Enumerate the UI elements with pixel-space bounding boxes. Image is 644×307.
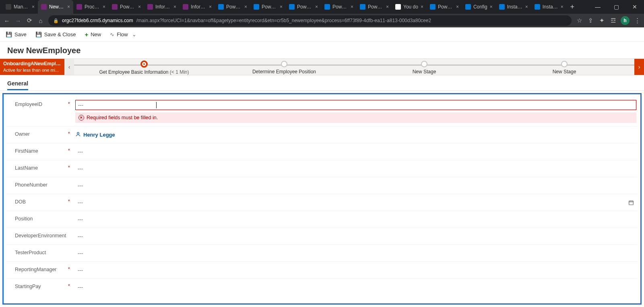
- lastname-input[interactable]: ---: [75, 164, 636, 174]
- browser-tab[interactable]: Config×: [462, 0, 496, 14]
- tab-favicon: [535, 4, 540, 10]
- tab-title: Power P: [332, 4, 348, 10]
- browser-tab[interactable]: Install a×: [496, 0, 531, 14]
- field-position-label: Position: [8, 214, 68, 222]
- save-close-icon: 💾: [35, 31, 42, 37]
- browser-tab[interactable]: Power P×: [357, 0, 392, 14]
- reportingmanager-input[interactable]: ---: [75, 265, 636, 275]
- window-maximize[interactable]: ▢: [607, 0, 625, 14]
- calendar-icon[interactable]: [628, 200, 634, 207]
- flow-button[interactable]: ∿Flow⌄: [108, 30, 138, 39]
- tab-close-icon[interactable]: ×: [351, 4, 353, 10]
- save-button[interactable]: 💾Save: [4, 30, 28, 39]
- required-marker: *: [68, 147, 73, 154]
- chevron-down-icon: ⌄: [132, 31, 136, 37]
- field-startingpay: StartingPay * ---: [7, 279, 637, 295]
- browser-tab[interactable]: You do×: [392, 0, 427, 14]
- field-phonenumber-label: PhoneNumber: [8, 180, 68, 188]
- tab-close-icon[interactable]: ×: [32, 4, 35, 10]
- field-lastname: LastName * ---: [7, 160, 637, 177]
- phonenumber-input[interactable]: ---: [75, 180, 636, 191]
- owner-value: Henry Legge: [83, 132, 115, 138]
- tab-close-icon[interactable]: ×: [103, 4, 105, 10]
- bpf-process-name: OnboardingANewEmplo...: [3, 61, 61, 67]
- bpf-stage-node-icon: [281, 61, 287, 67]
- tab-title: Informa: [191, 4, 206, 10]
- employeeid-error-text: Required fields must be filled in.: [87, 115, 158, 120]
- browser-tab[interactable]: Power P×: [215, 0, 250, 14]
- tab-close-icon[interactable]: ×: [561, 4, 564, 10]
- reading-list-icon[interactable]: ☲: [609, 17, 617, 24]
- tab-title: Manage: [14, 4, 29, 10]
- devenv-input[interactable]: ---: [75, 231, 636, 241]
- browser-tab[interactable]: Manage×: [2, 0, 38, 14]
- nav-reload-icon[interactable]: ⟳: [26, 17, 33, 24]
- browser-tab[interactable]: Power P×: [250, 0, 286, 14]
- address-bar[interactable]: 🔒 orgc27fdeb6.crm5.dynamics.com/main.asp…: [48, 15, 572, 26]
- field-reportingmanager: ReportingManager * ---: [7, 262, 637, 279]
- dob-input[interactable]: ---: [75, 197, 636, 207]
- browser-tab[interactable]: Process×: [73, 0, 109, 14]
- nav-home-icon[interactable]: ⌂: [37, 17, 44, 24]
- tab-close-icon[interactable]: ×: [173, 4, 176, 10]
- browser-tabstrip: Manage×NewEm×Process×Power A×Informa×Inf…: [0, 0, 644, 14]
- nav-forward-icon[interactable]: →: [14, 17, 22, 24]
- field-dob: DOB * ---: [7, 194, 637, 211]
- window-close[interactable]: ✕: [625, 0, 644, 14]
- owner-lookup[interactable]: Henry Legge: [75, 130, 636, 140]
- svg-rect-1: [629, 201, 634, 205]
- tab-close-icon[interactable]: ×: [421, 4, 423, 10]
- tab-close-icon[interactable]: ×: [456, 4, 459, 10]
- chrome-menu-icon[interactable]: ⋮: [634, 17, 641, 24]
- tab-close-icon[interactable]: ×: [490, 4, 493, 10]
- tab-general[interactable]: General: [7, 79, 28, 90]
- tab-close-icon[interactable]: ×: [525, 4, 528, 10]
- bpf-stage-node-icon: [561, 61, 568, 67]
- browser-tab[interactable]: NewEm×: [38, 0, 73, 14]
- employeeid-value: ---: [78, 102, 83, 108]
- testerproduct-input[interactable]: ---: [75, 248, 636, 258]
- window-minimize[interactable]: —: [588, 0, 607, 14]
- bpf-stage-label: New Stage: [494, 69, 634, 75]
- browser-tab[interactable]: Power A×: [109, 0, 144, 14]
- browser-tab[interactable]: Power P×: [286, 0, 321, 14]
- tab-close-icon[interactable]: ×: [315, 4, 318, 10]
- bpf-prev-button[interactable]: ‹: [64, 59, 74, 75]
- firstname-input[interactable]: ---: [75, 147, 636, 157]
- bpf-stage[interactable]: New Stage: [494, 59, 634, 75]
- browser-tab[interactable]: Informa×: [144, 0, 180, 14]
- bpf-stage[interactable]: New Stage: [354, 59, 494, 75]
- tab-close-icon[interactable]: ×: [244, 4, 247, 10]
- startingpay-input[interactable]: ---: [75, 282, 636, 292]
- new-tab-button[interactable]: +: [567, 0, 578, 14]
- save-close-button[interactable]: 💾Save & Close: [34, 30, 78, 39]
- bpf-stage-duration: (< 1 Min): [170, 69, 189, 75]
- tab-close-icon[interactable]: ×: [280, 4, 283, 10]
- extensions-icon[interactable]: ✦: [598, 17, 605, 24]
- window-controls: — ▢ ✕: [588, 0, 644, 14]
- bpf-process-header[interactable]: OnboardingANewEmplo... Active for less t…: [0, 59, 64, 75]
- browser-tab[interactable]: Informa×: [180, 0, 215, 14]
- browser-tab[interactable]: Install a×: [531, 0, 567, 14]
- bpf-next-button[interactable]: ›: [634, 59, 644, 75]
- bpf-stage[interactable]: Determine Employee Position: [214, 59, 354, 75]
- browser-tab[interactable]: Power P×: [321, 0, 357, 14]
- tab-close-icon[interactable]: ×: [138, 4, 141, 10]
- new-button[interactable]: +New: [83, 30, 103, 39]
- bookmark-star-icon[interactable]: ☆: [576, 17, 583, 24]
- lock-icon: 🔒: [53, 18, 59, 23]
- share-icon[interactable]: ⇪: [587, 17, 594, 24]
- tab-close-icon[interactable]: ×: [209, 4, 212, 10]
- bpf-stage-node-icon: [421, 61, 427, 67]
- tab-title: Power P: [368, 4, 384, 10]
- position-input[interactable]: ---: [75, 214, 636, 224]
- browser-tab[interactable]: Power P×: [427, 0, 462, 14]
- nav-back-icon[interactable]: ←: [3, 17, 10, 24]
- tab-favicon: [41, 4, 47, 10]
- tab-close-icon[interactable]: ×: [386, 4, 389, 10]
- employeeid-input[interactable]: ---: [75, 100, 636, 110]
- bpf-stage[interactable]: Get Employee Basic Information (< 1 Min): [74, 59, 214, 75]
- tab-close-icon[interactable]: ×: [67, 4, 70, 10]
- profile-avatar[interactable]: h: [621, 16, 630, 25]
- save-button-label: Save: [14, 31, 27, 37]
